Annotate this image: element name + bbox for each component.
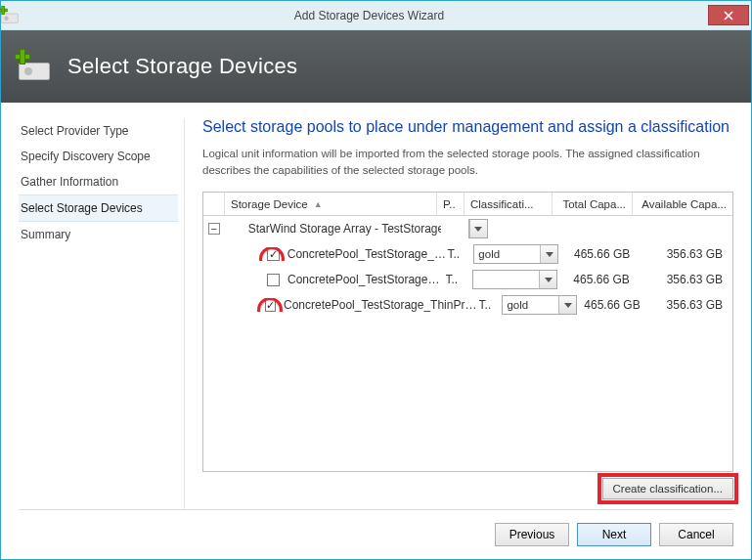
available-capacity: 356.63 GB	[636, 273, 732, 286]
page-heading: Select storage pools to place under mana…	[202, 118, 733, 136]
pool-row[interactable]: ConcretePool_TestStorage_Flat T.. gold 4…	[203, 241, 732, 267]
window-title: Add Storage Devices Wizard	[30, 9, 708, 22]
chevron-down-icon	[540, 245, 557, 263]
add-storage-icon	[19, 53, 54, 80]
available-capacity: 356.63 GB	[646, 298, 732, 312]
chevron-down-icon	[469, 220, 487, 237]
create-classification-button[interactable]: Create classification...	[602, 478, 734, 499]
classification-value	[473, 271, 539, 288]
classification-value: gold	[474, 245, 540, 263]
step-summary[interactable]: Summary	[19, 222, 178, 247]
app-icon	[1, 2, 30, 29]
wizard-steps-sidebar: Select Provider Type Specify Discovery S…	[19, 118, 185, 509]
step-select-storage-devices[interactable]: Select Storage Devices	[19, 194, 178, 222]
grid-body: − StarWind Storage Array - TestStorage	[203, 216, 732, 471]
total-capacity: 465.66 GB	[558, 247, 636, 261]
pool-checkbox[interactable]	[265, 299, 276, 312]
close-icon	[724, 11, 733, 21]
wizard-main-panel: Select storage pools to place under mana…	[185, 118, 733, 509]
close-button[interactable]	[708, 5, 749, 25]
column-classification[interactable]: Classificati...	[464, 193, 553, 215]
hero-banner: Select Storage Devices	[1, 30, 751, 103]
storage-pools-grid: Storage Device ▲ P.. Classificati... Tot…	[202, 192, 733, 472]
step-select-provider-type[interactable]: Select Provider Type	[19, 118, 178, 144]
next-button[interactable]: Next	[577, 523, 651, 546]
wizard-footer: Previous Next Cancel	[1, 510, 751, 559]
chevron-down-icon	[558, 296, 576, 314]
wizard-window: Add Storage Devices Wizard Select Storag…	[0, 0, 752, 560]
available-capacity: 356.63 GB	[636, 247, 732, 261]
group-row[interactable]: − StarWind Storage Array - TestStorage	[203, 216, 732, 241]
titlebar: Add Storage Devices Wizard	[1, 1, 751, 30]
column-p[interactable]: P..	[437, 193, 464, 215]
step-specify-discovery-scope[interactable]: Specify Discovery Scope	[19, 144, 178, 169]
pool-row[interactable]: ConcretePool_TestStorage_HA T.. 465.66 G…	[203, 267, 732, 292]
pool-checkbox[interactable]	[267, 274, 280, 286]
grid-header: Storage Device ▲ P.. Classificati... Tot…	[203, 193, 732, 216]
pool-p: T..	[447, 247, 473, 261]
group-classification-dropdown[interactable]	[468, 219, 488, 238]
column-available-capacity[interactable]: Available Capa...	[633, 193, 732, 215]
column-total-capacity[interactable]: Total Capa...	[553, 193, 633, 215]
previous-button[interactable]: Previous	[495, 523, 569, 546]
total-capacity: 465.66 GB	[577, 298, 646, 312]
page-description: Logical unit information will be importe…	[202, 146, 733, 178]
total-capacity: 465.66 GB	[557, 273, 636, 286]
pool-p: T..	[446, 273, 472, 286]
column-storage-device[interactable]: Storage Device ▲	[225, 193, 437, 215]
pool-p: T..	[479, 298, 503, 312]
chevron-down-icon	[539, 271, 556, 288]
hero-title: Select Storage Devices	[67, 54, 297, 79]
cancel-button[interactable]: Cancel	[659, 523, 733, 546]
classification-dropdown[interactable]: gold	[473, 244, 558, 264]
classification-dropdown[interactable]: gold	[502, 295, 577, 315]
pool-name: ConcretePool_TestStorage_HA	[288, 273, 446, 286]
column-expand	[203, 193, 225, 215]
classification-dropdown[interactable]	[472, 270, 557, 289]
sort-asc-icon: ▲	[314, 199, 323, 209]
step-gather-information[interactable]: Gather Information	[19, 169, 178, 194]
collapse-toggle[interactable]: −	[208, 223, 220, 235]
column-storage-device-label: Storage Device	[231, 198, 308, 210]
group-label: StarWind Storage Array - TestStorage	[225, 222, 442, 236]
pool-checkbox[interactable]	[267, 248, 280, 261]
pool-name: ConcretePool_TestStorage_ThinProvisioned	[284, 298, 479, 312]
pool-name: ConcretePool_TestStorage_Flat	[288, 247, 448, 261]
pool-row[interactable]: ConcretePool_TestStorage_ThinProvisioned…	[203, 292, 732, 318]
classification-value: gold	[503, 296, 558, 314]
